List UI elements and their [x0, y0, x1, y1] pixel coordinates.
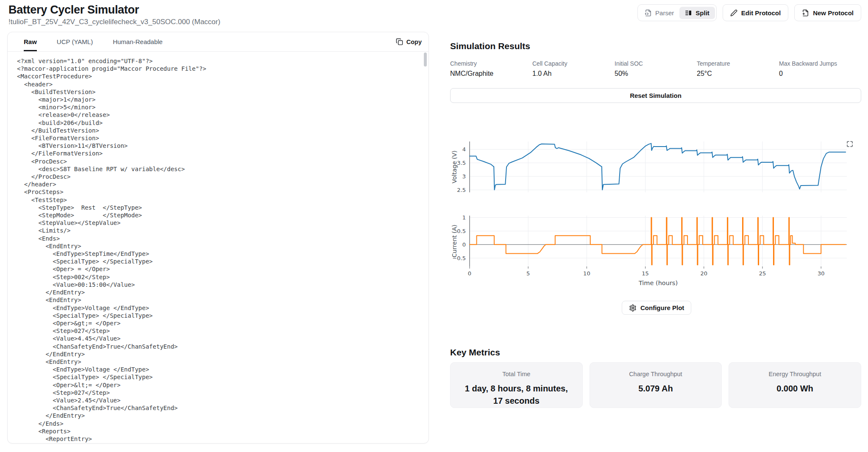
- svg-text:3: 3: [462, 173, 466, 180]
- copy-icon: [396, 38, 403, 45]
- param-initial-soc: Initial SOC 50%: [615, 60, 697, 78]
- param-value: 0: [779, 70, 861, 78]
- svg-text:5: 5: [526, 270, 530, 277]
- svg-text:3.5: 3.5: [457, 160, 466, 166]
- tab-raw[interactable]: Raw: [24, 32, 37, 51]
- copy-label: Copy: [406, 39, 422, 45]
- reset-simulation-button[interactable]: Reset Simulation: [450, 88, 861, 103]
- protocol-viewer-card: Raw UCP (YAML) Human-Readable Copy <?xml…: [7, 32, 429, 444]
- configure-plot-label: Configure Plot: [640, 304, 684, 311]
- simulation-chart-area: 2.533.54Voltage (V)−0.500.51Current (A)0…: [450, 139, 861, 290]
- key-metrics-cards: Total Time 1 day, 8 hours, 8 minutes, 17…: [450, 362, 861, 408]
- tab-human-readable[interactable]: Human-Readable: [113, 32, 163, 51]
- svg-text:25: 25: [759, 270, 766, 277]
- metric-value: 1 day, 8 hours, 8 minutes, 17 seconds: [459, 383, 574, 407]
- svg-text:0: 0: [468, 270, 471, 277]
- svg-text:Voltage (V): Voltage (V): [451, 150, 458, 183]
- svg-text:10: 10: [583, 270, 590, 277]
- param-label: Initial SOC: [615, 60, 697, 67]
- svg-text:2.5: 2.5: [457, 187, 466, 193]
- param-value: 25°C: [697, 70, 779, 78]
- code-scrollbar[interactable]: [424, 53, 427, 67]
- svg-text:Current (A): Current (A): [451, 225, 458, 258]
- gear-icon: [629, 304, 637, 312]
- metric-value: 5.079 Ah: [638, 383, 673, 395]
- param-chemistry: Chemistry NMC/Graphite: [450, 60, 532, 78]
- simulation-parameters: Chemistry NMC/Graphite Cell Capacity 1.0…: [450, 60, 861, 78]
- param-label: Chemistry: [450, 60, 532, 67]
- metric-value: 0.000 Wh: [776, 383, 813, 395]
- svg-text:4: 4: [462, 146, 466, 153]
- metric-label: Charge Throughput: [629, 371, 682, 377]
- svg-text:20: 20: [701, 270, 708, 277]
- tab-ucp-yaml[interactable]: UCP (YAML): [57, 32, 93, 51]
- svg-text:1: 1: [462, 214, 466, 221]
- svg-text:0.5: 0.5: [457, 228, 466, 234]
- param-cell-capacity: Cell Capacity 1.0 Ah: [532, 60, 615, 78]
- metric-energy-throughput: Energy Throughput 0.000 Wh: [729, 362, 861, 408]
- metric-total-time: Total Time 1 day, 8 hours, 8 minutes, 17…: [450, 362, 583, 408]
- simulation-results-heading: Simulation Results: [450, 41, 530, 51]
- protocol-filename: !tulioF_BT_25V_42V_C3_cyclelifecheck_v3_…: [8, 18, 220, 26]
- simulation-chart: 2.533.54Voltage (V)−0.500.51Current (A)0…: [450, 139, 861, 290]
- param-max-backward-jumps: Max Backward Jumps 0: [779, 60, 861, 78]
- svg-text:30: 30: [818, 270, 825, 277]
- metric-charge-throughput: Charge Throughput 5.079 Ah: [590, 362, 722, 408]
- simulation-results-panel: Simulation Results Chemistry NMC/Graphit…: [450, 0, 861, 452]
- svg-text:0: 0: [462, 241, 466, 248]
- copy-button[interactable]: Copy: [396, 32, 422, 51]
- param-temperature: Temperature 25°C: [697, 60, 779, 78]
- metric-label: Energy Throughput: [769, 371, 821, 377]
- key-metrics-heading: Key Metrics: [450, 347, 500, 358]
- svg-text:15: 15: [642, 270, 649, 277]
- param-value: NMC/Graphite: [450, 70, 532, 78]
- param-label: Temperature: [697, 60, 779, 67]
- fullscreen-icon[interactable]: [846, 141, 854, 148]
- param-value: 1.0 Ah: [532, 70, 615, 78]
- viewer-tabs: Raw UCP (YAML) Human-Readable Copy: [8, 32, 428, 52]
- metric-label: Total Time: [502, 371, 530, 377]
- param-label: Max Backward Jumps: [779, 60, 861, 67]
- param-label: Cell Capacity: [532, 60, 615, 67]
- page-title: Battery Cycler Simulator: [8, 3, 139, 17]
- param-value: 50%: [615, 70, 697, 78]
- svg-text:Time (hours): Time (hours): [638, 280, 678, 286]
- configure-plot-button[interactable]: Configure Plot: [622, 301, 691, 315]
- protocol-xml-code[interactable]: <?xml version="1.0" encoding="UTF-8"?> <…: [8, 52, 428, 443]
